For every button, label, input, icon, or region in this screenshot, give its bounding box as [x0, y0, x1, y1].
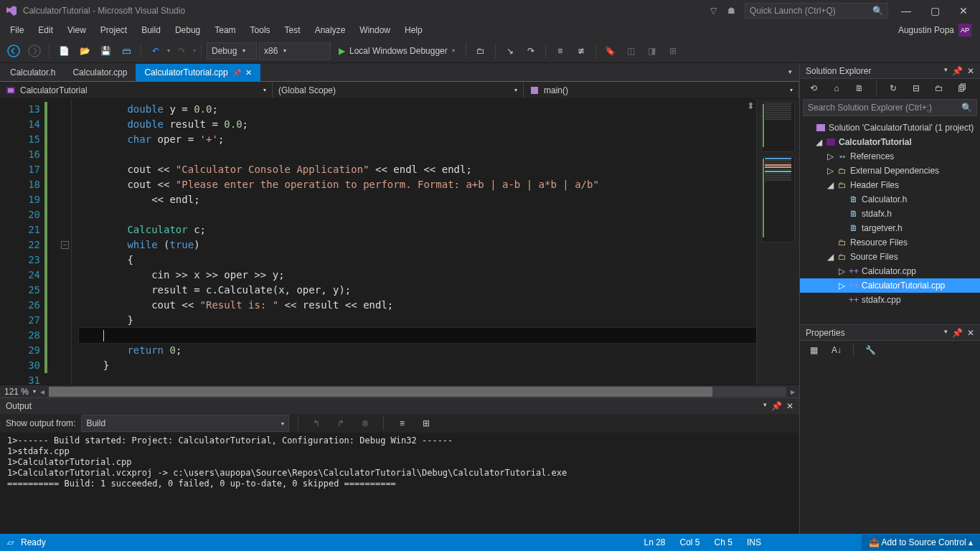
split-editor-button[interactable]: ⬍ — [747, 100, 755, 111]
show-all-button[interactable]: 🗀 — [930, 79, 948, 98]
panel-dropdown-button[interactable]: ▾ — [944, 328, 948, 338]
menu-file[interactable]: File — [3, 23, 31, 37]
menu-debug[interactable]: Debug — [168, 23, 207, 37]
output-clear-button[interactable]: ⊗ — [356, 414, 374, 433]
member-scope-combo[interactable]: main() ▾ — [524, 82, 799, 98]
horizontal-scrollbar[interactable] — [49, 387, 786, 397]
output-next-button[interactable]: ↱ — [331, 414, 350, 433]
expand-icon[interactable]: ▷ — [837, 266, 846, 276]
references-node[interactable]: ▷▪▪References — [800, 149, 980, 164]
toggle-button-3[interactable]: ⊞ — [664, 42, 682, 60]
home-button[interactable]: ⟲ — [804, 79, 823, 98]
expand-icon[interactable]: ▷ — [826, 166, 834, 176]
file-calculatortutorial-cpp[interactable]: ▷++CalculatorTutorial.cpp — [800, 278, 980, 293]
quick-launch-input[interactable]: Quick Launch (Ctrl+Q) 🔍 — [745, 3, 888, 19]
undo-button[interactable]: ↶ — [146, 42, 165, 60]
menu-tools[interactable]: Tools — [243, 23, 278, 37]
resource-files-node[interactable]: 🗀Resource Files — [800, 235, 980, 250]
open-file-button[interactable]: 📂 — [75, 42, 94, 60]
step-over-button[interactable]: ↷ — [522, 42, 540, 60]
menu-analyze[interactable]: Analyze — [308, 23, 353, 37]
start-debug-button[interactable]: ▶ Local Windows Debugger ▾ — [333, 42, 461, 60]
file-stdafx-h[interactable]: 🗎stdafx.h — [800, 207, 980, 221]
menu-window[interactable]: Window — [352, 23, 397, 37]
solution-config-combo[interactable]: Debug▾ — [207, 42, 257, 60]
file-calculator-cpp[interactable]: ▷++Calculator.cpp — [800, 264, 980, 278]
feedback-icon[interactable]: ☗ — [727, 6, 738, 16]
menu-project[interactable]: Project — [93, 23, 134, 37]
panel-pin-button[interactable]: 📌 — [952, 328, 963, 338]
menu-test[interactable]: Test — [278, 23, 308, 37]
expand-icon[interactable]: ◢ — [814, 137, 823, 147]
code-minimap[interactable] — [756, 99, 799, 385]
tab-calculator-h[interactable]: Calculator.h — [1, 64, 64, 81]
solution-search-input[interactable]: Search Solution Explorer (Ctrl+;) 🔍 — [803, 99, 977, 116]
tab-calculator-cpp[interactable]: Calculator.cpp — [64, 64, 136, 81]
scroll-right-button[interactable]: ▸ — [791, 387, 795, 397]
solution-node[interactable]: Solution 'CalculatorTutorial' (1 project… — [800, 121, 980, 135]
external-deps-node[interactable]: ▷🗀External Dependencies — [800, 164, 980, 178]
panel-close-button[interactable]: ✕ — [967, 66, 974, 76]
source-control-button[interactable]: 📤 Add to Source Control ▴ — [862, 534, 980, 550]
notifications-icon[interactable]: ▽ — [710, 6, 720, 16]
save-all-button[interactable]: 🗃 — [117, 42, 136, 60]
panel-dropdown-button[interactable]: ▾ — [944, 66, 948, 76]
home-icon[interactable]: ⌂ — [827, 79, 846, 98]
categorized-button[interactable]: ▦ — [804, 341, 823, 359]
project-scope-combo[interactable]: CalculatorTutorial ▾ — [0, 82, 273, 98]
uncomment-button[interactable]: ≢ — [572, 42, 590, 60]
source-files-node[interactable]: ◢🗀Source Files — [800, 250, 980, 264]
close-button[interactable]: ✕ — [953, 5, 974, 17]
output-prev-button[interactable]: ↰ — [307, 414, 326, 433]
new-project-button[interactable]: 📄 — [55, 42, 73, 60]
maximize-button[interactable]: ▢ — [924, 5, 946, 17]
solution-platform-combo[interactable]: x86▾ — [259, 42, 331, 60]
menu-view[interactable]: View — [60, 23, 93, 37]
output-wrap-button[interactable]: ≡ — [392, 414, 411, 433]
panel-close-button[interactable]: ✕ — [786, 401, 793, 411]
comment-button[interactable]: ≡ — [551, 42, 570, 60]
expand-icon[interactable]: ◢ — [826, 252, 834, 262]
panel-close-button[interactable]: ✕ — [967, 328, 974, 338]
collapse-button[interactable]: ⊟ — [907, 79, 925, 98]
step-into-button[interactable]: ↘ — [501, 42, 519, 60]
panel-dropdown-button[interactable]: ▾ — [763, 401, 767, 411]
header-files-node[interactable]: ◢🗀Header Files — [800, 178, 980, 192]
browse-button[interactable]: 🗀 — [471, 42, 490, 60]
project-node[interactable]: ◢CalculatorTutorial — [800, 135, 980, 149]
nav-forward-button[interactable] — [25, 42, 44, 60]
properties-button[interactable]: 🗐 — [953, 79, 971, 98]
sync-button[interactable]: 🗎 — [850, 79, 869, 98]
file-calculator-h[interactable]: 🗎Calculator.h — [800, 192, 980, 207]
code-editor[interactable]: 13141516171819202122232425262728293031 −… — [0, 99, 799, 385]
file-targetver-h[interactable]: 🗎targetver.h — [800, 221, 980, 235]
refresh-button[interactable]: ↻ — [884, 79, 903, 98]
type-scope-combo[interactable]: (Global Scope) ▾ — [273, 82, 524, 98]
menu-edit[interactable]: Edit — [31, 23, 60, 37]
solution-tree[interactable]: Solution 'CalculatorTutorial' (1 project… — [800, 119, 980, 324]
file-stdafx-cpp[interactable]: ++stdafx.cpp — [800, 293, 980, 307]
close-icon[interactable]: ✕ — [245, 68, 252, 77]
toggle-button-1[interactable]: ◫ — [622, 42, 641, 60]
redo-button[interactable]: ↷ — [172, 42, 191, 60]
output-toggle-button[interactable]: ⊞ — [417, 414, 435, 433]
tab-calculatortutorial-cpp[interactable]: CalculatorTutorial.cpp 📌 ✕ — [136, 64, 260, 81]
tab-dropdown-button[interactable]: ▾ — [781, 62, 799, 81]
toggle-button-2[interactable]: ◨ — [643, 42, 661, 60]
panel-pin-button[interactable]: 📌 — [952, 66, 963, 76]
panel-pin-button[interactable]: 📌 — [771, 401, 782, 411]
user-account[interactable]: Augustin Popa AP — [892, 22, 977, 38]
menu-team[interactable]: Team — [207, 23, 242, 37]
nav-back-button[interactable] — [4, 42, 23, 60]
expand-icon[interactable]: ▷ — [826, 151, 834, 161]
expand-icon[interactable]: ▷ — [837, 281, 846, 291]
alphabetical-button[interactable]: A↓ — [827, 341, 846, 359]
expand-icon[interactable]: ◢ — [826, 180, 834, 190]
output-source-combo[interactable]: Build▾ — [81, 415, 289, 432]
pin-icon[interactable]: 📌 — [232, 69, 241, 77]
bookmark-button[interactable]: 🔖 — [601, 42, 620, 60]
menu-build[interactable]: Build — [134, 23, 168, 37]
save-button[interactable]: 💾 — [96, 42, 115, 60]
fold-button[interactable]: − — [61, 241, 69, 249]
wrench-icon[interactable]: 🔧 — [861, 341, 880, 359]
